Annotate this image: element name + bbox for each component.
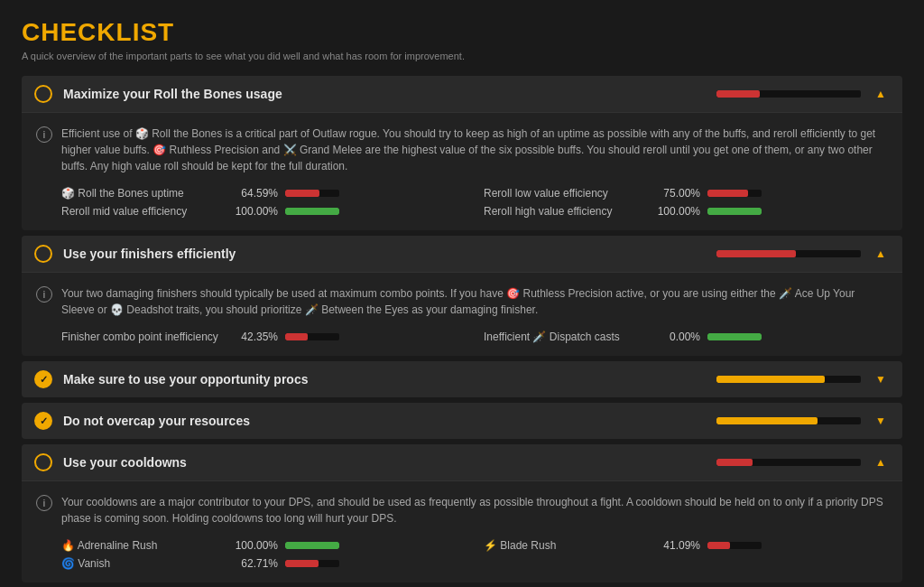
stat-value-cooldowns-0-left: 100.00% — [231, 539, 278, 552]
section-bar-resources — [716, 417, 861, 424]
stat-row-roll-the-bones-0-left: 🎲 Roll the Bones uptime64.59% — [61, 187, 466, 200]
section-title-roll-the-bones: Maximize your Roll the Bones usage — [63, 87, 716, 101]
info-icon: i — [36, 495, 52, 511]
chevron-icon: ▼ — [872, 412, 890, 430]
section-header-roll-the-bones[interactable]: Maximize your Roll the Bones usage▲ — [22, 76, 902, 112]
stat-label-roll-the-bones-0-right: Reroll low value efficiency — [484, 187, 646, 200]
section-body-cooldowns: iYour cooldowns are a major contributor … — [22, 480, 902, 582]
stat-row-finishers-0-right: Inefficient 🗡️ Dispatch casts0.00% — [484, 331, 888, 343]
section-header-finishers[interactable]: Use your finishers efficiently▲ — [22, 236, 902, 272]
stat-value-roll-the-bones-0-left: 64.59% — [231, 187, 278, 200]
circle-icon — [34, 85, 52, 103]
page-title: CHECKLIST — [22, 18, 902, 47]
stat-row-roll-the-bones-0-right: Reroll low value efficiency75.00% — [484, 187, 888, 200]
info-text-roll-the-bones: Efficient use of 🎲 Roll the Bones is a c… — [61, 126, 888, 174]
stat-row-cooldowns-1-left: 🌀 Vanish62.71% — [61, 557, 466, 570]
stat-value-roll-the-bones-1-right: 100.00% — [653, 205, 700, 218]
section-body-finishers: iYour two damaging finishers should typi… — [22, 272, 902, 356]
stat-value-finishers-0-right: 0.00% — [653, 331, 700, 343]
section-bar-finishers — [716, 250, 861, 257]
section-title-cooldowns: Use your cooldowns — [63, 455, 716, 470]
page-container: CHECKLIST A quick overview of the import… — [0, 0, 924, 587]
stat-row-roll-the-bones-1-right: Reroll high value efficiency100.00% — [484, 205, 888, 218]
stat-row-finishers-0-left: Finisher combo point inefficiency42.35% — [61, 331, 466, 343]
stat-label-cooldowns-0-left: 🔥 Adrenaline Rush — [61, 539, 224, 552]
circle-icon — [34, 245, 52, 263]
circle-icon — [34, 453, 52, 471]
section-opportunity: Make sure to use your opportunity procs▼ — [22, 361, 902, 397]
chevron-icon: ▲ — [872, 85, 890, 103]
section-title-finishers: Use your finishers efficiently — [63, 247, 716, 261]
page-subtitle: A quick overview of the important parts … — [22, 51, 902, 61]
stat-row-cooldowns-0-left: 🔥 Adrenaline Rush100.00% — [61, 539, 466, 552]
stat-label-finishers-0-right: Inefficient 🗡️ Dispatch casts — [484, 331, 646, 343]
stat-value-roll-the-bones-0-right: 75.00% — [653, 187, 700, 200]
stat-label-cooldowns-0-right: ⚡ Blade Rush — [484, 539, 646, 552]
info-icon: i — [36, 286, 52, 303]
chevron-icon: ▲ — [872, 453, 890, 471]
stat-label-cooldowns-1-left: 🌀 Vanish — [61, 557, 224, 570]
section-header-opportunity[interactable]: Make sure to use your opportunity procs▼ — [22, 361, 902, 397]
section-header-cooldowns[interactable]: Use your cooldowns▲ — [22, 444, 902, 480]
section-finishers: Use your finishers efficiently▲iYour two… — [22, 236, 902, 356]
info-icon: i — [36, 126, 52, 143]
info-text-finishers: Your two damaging finishers should typic… — [61, 285, 888, 318]
stats-grid-roll-the-bones: 🎲 Roll the Bones uptime64.59%Reroll low … — [61, 187, 888, 218]
section-resources: Do not overcap your resources▼ — [22, 403, 902, 439]
section-title-opportunity: Make sure to use your opportunity procs — [63, 372, 716, 387]
chevron-icon: ▼ — [872, 370, 890, 388]
section-bar-roll-the-bones — [716, 90, 861, 98]
section-header-resources[interactable]: Do not overcap your resources▼ — [22, 403, 902, 439]
chevron-icon: ▲ — [872, 245, 890, 263]
section-bar-cooldowns — [716, 459, 861, 466]
check-icon — [34, 370, 52, 388]
section-cooldowns: Use your cooldowns▲iYour cooldowns are a… — [22, 444, 902, 582]
stat-value-cooldowns-0-right: 41.09% — [653, 539, 700, 552]
section-roll-the-bones: Maximize your Roll the Bones usage▲iEffi… — [22, 76, 902, 230]
stat-label-roll-the-bones-1-right: Reroll high value efficiency — [484, 205, 646, 218]
check-icon — [34, 412, 52, 430]
sections-container: Maximize your Roll the Bones usage▲iEffi… — [22, 76, 902, 587]
stat-row-roll-the-bones-1-left: Reroll mid value efficiency100.00% — [61, 205, 466, 218]
stat-value-finishers-0-left: 42.35% — [231, 331, 278, 343]
section-body-roll-the-bones: iEfficient use of 🎲 Roll the Bones is a … — [22, 112, 902, 230]
info-text-cooldowns: Your cooldowns are a major contributor t… — [61, 494, 888, 526]
stat-value-cooldowns-1-left: 62.71% — [231, 557, 278, 570]
stat-label-finishers-0-left: Finisher combo point inefficiency — [61, 331, 224, 343]
stat-row-cooldowns-0-right: ⚡ Blade Rush41.09% — [484, 539, 888, 552]
stats-grid-cooldowns: 🔥 Adrenaline Rush100.00%⚡ Blade Rush41.0… — [61, 539, 888, 570]
section-bar-opportunity — [716, 376, 861, 383]
section-title-resources: Do not overcap your resources — [63, 414, 716, 428]
stats-grid-finishers: Finisher combo point inefficiency42.35%I… — [61, 331, 888, 343]
stat-label-roll-the-bones-0-left: 🎲 Roll the Bones uptime — [61, 187, 224, 200]
stat-label-roll-the-bones-1-left: Reroll mid value efficiency — [61, 205, 224, 218]
stat-value-roll-the-bones-1-left: 100.00% — [231, 205, 278, 218]
